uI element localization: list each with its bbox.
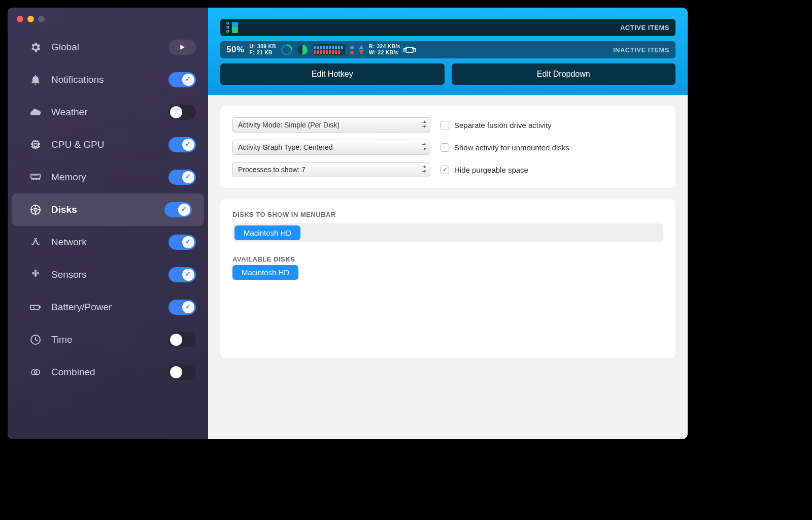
toggle-cpu-gpu[interactable] xyxy=(168,137,196,152)
toggle-notifications[interactable] xyxy=(168,72,196,87)
processes-select[interactable]: Processes to show: 7 ▲▼ xyxy=(232,162,430,177)
active-items-label: ACTIVE ITEMS xyxy=(620,24,669,31)
menubar-section-title: DISKS TO SHOW IN MENUBAR xyxy=(232,211,663,218)
blue-dot-icon xyxy=(350,46,354,49)
edit-dropdown-button[interactable]: Edit Dropdown xyxy=(452,63,676,85)
battery-icon xyxy=(29,301,42,314)
show-unmounted-checkbox[interactable]: Show activity for unmounted disks xyxy=(441,143,569,152)
sidebar-item-label: Sensors xyxy=(51,269,159,280)
active-items-bar[interactable]: SSD ACTIVE ITEMS xyxy=(220,19,675,36)
graph-type-select[interactable]: Activity Graph Type: Centered ▲▼ xyxy=(232,140,430,155)
red-dot-icon xyxy=(350,51,354,54)
activity-mode-value: Activity Mode: Simple (Per Disk) xyxy=(238,121,340,129)
down-triangle-icon xyxy=(359,50,364,54)
separate-fusion-checkbox[interactable]: Separate fusion drive activity xyxy=(441,121,552,129)
rings-icon xyxy=(29,366,42,379)
memory-icon xyxy=(29,171,42,184)
arrows-icon xyxy=(29,236,42,249)
pie-icon xyxy=(297,45,308,55)
available-section-title: AVAILABLE DISKS xyxy=(232,255,663,263)
used-free-widget: U:309 KB F:21 KB xyxy=(250,44,276,56)
cloud-icon xyxy=(29,106,42,119)
hide-purgeable-checkbox[interactable]: ✓ Hide purgeable space xyxy=(441,166,528,174)
settings-card: Activity Mode: Simple (Per Disk) ▲▼ Sepa… xyxy=(220,106,675,188)
play-button[interactable] xyxy=(168,40,196,55)
toggle-combined[interactable] xyxy=(168,365,196,380)
sidebar-item-label: Time xyxy=(51,334,159,345)
disks-card: DISKS TO SHOW IN MENUBAR Macintosh HD AV… xyxy=(220,200,675,358)
stepper-icon: ▲▼ xyxy=(423,165,427,174)
disk-usage-mini-icon xyxy=(232,22,238,33)
graph-type-value: Activity Graph Type: Centered xyxy=(238,143,333,151)
read-write-widget: R:324 KB/s W:22 KB/s xyxy=(369,44,400,56)
sidebar-item-label: Network xyxy=(51,237,159,248)
clock-icon xyxy=(29,333,42,346)
ssd-widget[interactable]: SSD xyxy=(226,21,238,34)
sidebar-item-label: Weather xyxy=(51,107,159,118)
sidebar-item-battery-power[interactable]: Battery/Power xyxy=(8,291,208,323)
stepper-icon: ▲▼ xyxy=(423,142,427,151)
processes-value: Processes to show: 7 xyxy=(238,166,306,174)
sidebar-item-weather[interactable]: Weather xyxy=(8,96,208,128)
hero-panel: SSD ACTIVE ITEMS 50% U:309 KB F:21 KB xyxy=(208,8,688,95)
sidebar-item-label: Battery/Power xyxy=(51,302,159,313)
maximize-icon[interactable] xyxy=(38,16,45,22)
sidebar: GlobalNotificationsWeatherCPU & GPUMemor… xyxy=(8,8,208,439)
svg-rect-0 xyxy=(32,142,39,148)
sidebar-item-label: CPU & GPU xyxy=(51,139,159,150)
toggle-weather[interactable] xyxy=(168,105,196,120)
chip-icon xyxy=(29,138,42,151)
minimize-icon[interactable] xyxy=(27,16,34,22)
svg-rect-1 xyxy=(34,143,37,146)
sidebar-item-cpu-gpu[interactable]: CPU & GPU xyxy=(8,128,208,161)
sidebar-item-time[interactable]: Time xyxy=(8,323,208,356)
sidebar-item-label: Disks xyxy=(51,204,155,215)
toggle-memory[interactable] xyxy=(168,170,196,185)
activity-mode-select[interactable]: Activity Mode: Simple (Per Disk) ▲▼ xyxy=(232,117,430,133)
sidebar-item-global[interactable]: Global xyxy=(8,31,208,63)
available-disk-chip[interactable]: Macintosh HD xyxy=(232,265,298,280)
activity-bars-icon xyxy=(313,44,345,55)
disk-usage-percent: 50% xyxy=(226,45,245,55)
window-controls xyxy=(17,16,45,22)
sidebar-item-label: Memory xyxy=(51,172,159,183)
inactive-items-label: INACTIVE ITEMS xyxy=(613,46,669,54)
inactive-items-bar[interactable]: 50% U:309 KB F:21 KB xyxy=(220,41,675,58)
edit-hotkey-button[interactable]: Edit Hotkey xyxy=(220,63,445,85)
preferences-window: GlobalNotificationsWeatherCPU & GPUMemor… xyxy=(8,8,688,439)
gear-icon xyxy=(29,41,42,54)
sidebar-item-network[interactable]: Network xyxy=(8,226,208,258)
svg-rect-6 xyxy=(30,305,39,309)
toggle-sensors[interactable] xyxy=(168,267,196,282)
toggle-battery-power[interactable] xyxy=(168,300,196,315)
sidebar-item-sensors[interactable]: Sensors xyxy=(8,258,208,291)
toggle-network[interactable] xyxy=(168,235,196,250)
bell-icon xyxy=(29,73,42,86)
sidebar-item-label: Global xyxy=(51,42,159,53)
close-icon[interactable] xyxy=(17,16,23,22)
up-triangle-icon xyxy=(359,45,364,49)
fan-icon xyxy=(29,268,42,281)
svg-point-4 xyxy=(34,208,37,211)
disc-icon xyxy=(29,203,42,216)
sidebar-item-notifications[interactable]: Notifications xyxy=(8,63,208,96)
toggle-disks[interactable] xyxy=(164,202,192,217)
sidebar-item-label: Combined xyxy=(51,367,159,378)
sidebar-item-disks[interactable]: Disks xyxy=(12,193,204,226)
menubar-disk-chip[interactable]: Macintosh HD xyxy=(234,225,300,240)
toggle-time[interactable] xyxy=(168,332,196,347)
main-content: SSD ACTIVE ITEMS 50% U:309 KB F:21 KB xyxy=(208,8,688,439)
menubar-chip-row[interactable]: Macintosh HD xyxy=(232,223,663,242)
sidebar-item-memory[interactable]: Memory xyxy=(8,161,208,193)
sidebar-item-label: Notifications xyxy=(51,74,159,85)
expand-icon xyxy=(405,47,414,53)
stepper-icon: ▲▼ xyxy=(423,120,427,129)
sidebar-item-combined[interactable]: Combined xyxy=(8,356,208,388)
gauge-icon xyxy=(279,42,294,57)
